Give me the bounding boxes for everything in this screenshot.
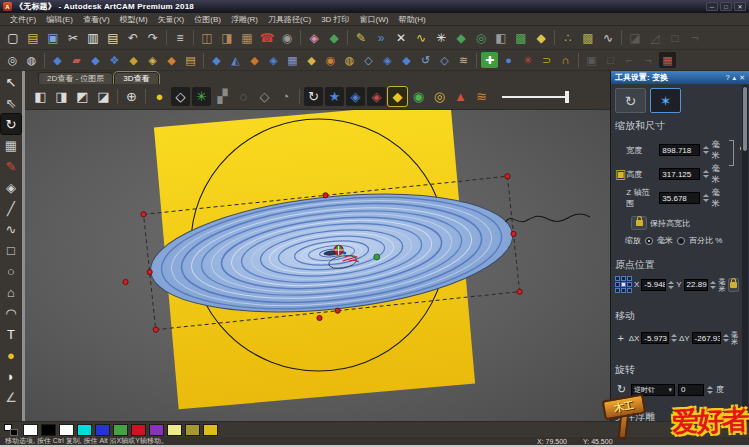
disabled-a-icon[interactable]: ▣ [583, 52, 600, 68]
dy-field[interactable]: -267.93 [692, 332, 721, 344]
trim-vectors-icon[interactable]: ✕ [392, 29, 410, 47]
paint-tool-icon[interactable]: ✎ [1, 156, 21, 176]
puzzle-icon[interactable]: ▞ [213, 87, 232, 106]
texture-red-icon[interactable]: ▦ [659, 52, 676, 68]
zoom-in-icon[interactable]: ⊕ [122, 87, 141, 106]
dx-stepper[interactable] [671, 334, 677, 342]
yellow-plane-icon[interactable]: ◆ [388, 87, 407, 106]
tan-stack-icon[interactable]: ≋ [455, 52, 472, 68]
sculpt-relief-icon[interactable]: ◭ [227, 52, 244, 68]
save-icon[interactable]: ▣ [44, 29, 62, 47]
rotate-direction-select[interactable]: 逆时针 ▾ [631, 384, 675, 396]
side-view-icon[interactable]: ◩ [73, 87, 92, 106]
vector-draw-icon[interactable]: ✎ [352, 29, 370, 47]
rotate-angle-field[interactable]: 0 [678, 384, 704, 396]
view-tab[interactable]: 3D查看 [114, 72, 158, 84]
new-file-icon[interactable]: ▢ [4, 29, 22, 47]
curve-edit-icon[interactable]: ∿ [412, 29, 430, 47]
dense-grid-icon[interactable]: ▩ [579, 29, 597, 47]
origin-x-stepper[interactable] [668, 281, 674, 289]
select-tool-icon[interactable]: ↖ [1, 72, 21, 92]
maximize-button[interactable]: □ [720, 2, 732, 11]
primary-secondary-color-icon[interactable] [4, 424, 18, 436]
color-swatch[interactable] [203, 424, 218, 436]
menu-item[interactable]: 查看(V) [78, 14, 115, 25]
skew-handle[interactable] [317, 315, 322, 320]
menu-item[interactable]: 刀具路径(C) [263, 14, 316, 25]
node-edit-tool-icon[interactable]: ⇖ [1, 93, 21, 113]
origin-x-field[interactable]: -5.948 [641, 279, 666, 291]
help-icon[interactable]: ? [726, 74, 730, 82]
iso-view-icon[interactable]: ◧ [31, 87, 50, 106]
rotate-mode-button[interactable]: ↻ [615, 88, 646, 113]
relief-pair-icon[interactable]: ❖ [106, 52, 123, 68]
core-icon[interactable]: ◉ [322, 52, 339, 68]
arch-gold-icon[interactable]: ∩ [557, 52, 574, 68]
z-stepper[interactable] [703, 194, 709, 202]
radio-percent[interactable] [677, 237, 685, 245]
menu-item[interactable]: 窗口(W) [355, 14, 394, 25]
big-blue-icon[interactable]: ◆ [398, 52, 415, 68]
green-reset-icon[interactable]: ◉ [409, 87, 428, 106]
height-stepper[interactable] [703, 170, 709, 178]
paste-icon[interactable]: ▤ [104, 29, 122, 47]
disabled-b-icon[interactable]: □ [602, 52, 619, 68]
angle-stepper[interactable] [707, 386, 713, 394]
origin-lock-button[interactable] [728, 278, 739, 292]
color-swatch[interactable] [59, 424, 74, 436]
relief-red-brick-icon[interactable]: ▰ [68, 52, 85, 68]
grid-snap-icon[interactable]: ▦ [1, 135, 21, 155]
blue-stack-icon[interactable]: ◈ [346, 87, 365, 106]
menu-item[interactable]: 位图(B) [189, 14, 226, 25]
tile-windows-icon[interactable]: ▦ [238, 29, 256, 47]
color-swatch[interactable] [185, 424, 200, 436]
dy-stepper[interactable] [723, 334, 729, 342]
copy-icon[interactable]: ▥ [84, 29, 102, 47]
z-scale-slider[interactable] [502, 96, 568, 98]
relief-cone-icon[interactable]: ◆ [87, 52, 104, 68]
notes-icon[interactable]: ≡ [171, 29, 189, 47]
nest-dots-icon[interactable]: ∴ [559, 29, 577, 47]
minimize-button[interactable]: ─ [706, 2, 718, 11]
height-field[interactable]: 317.125 [659, 168, 700, 180]
record-macro-icon[interactable]: ☎ [258, 29, 276, 47]
fan-diamond-icon[interactable]: ◆ [532, 29, 550, 47]
light-bulb-icon[interactable]: ● [150, 87, 169, 106]
cut-icon[interactable]: ✂ [64, 29, 82, 47]
two-diamond-icon[interactable]: ◆ [303, 52, 320, 68]
preview-gem-icon[interactable]: ◆ [325, 29, 343, 47]
color-swatch[interactable] [131, 424, 146, 436]
small-pin-icon[interactable]: ◍ [341, 52, 358, 68]
texture-grid-icon[interactable]: ▦ [284, 52, 301, 68]
line-tool-icon[interactable]: ╱ [1, 198, 21, 218]
close-button[interactable]: ✕ [734, 2, 746, 11]
text-tool-icon[interactable]: T [1, 324, 21, 344]
measure-angle-icon[interactable]: ◿ [646, 29, 664, 47]
relief-weave-icon[interactable]: ◆ [125, 52, 142, 68]
flatten-relief-icon[interactable]: ◆ [246, 52, 263, 68]
disabled-c-icon[interactable]: ⌐ [621, 52, 638, 68]
origin-point-marker[interactable] [374, 254, 380, 260]
dock-right-icon[interactable]: ◨ [218, 29, 236, 47]
smudge-tool-icon[interactable]: ◗ [1, 366, 21, 386]
ghost-icon[interactable]: ◌ [234, 87, 253, 106]
copy-rotate-icon[interactable]: ↻ [304, 87, 323, 106]
rect-tool-icon[interactable]: □ [1, 240, 21, 260]
color-swatch[interactable] [77, 424, 92, 436]
transform-tool-icon[interactable]: ↻ [1, 114, 21, 134]
pin-icon[interactable]: ▴ [733, 74, 737, 82]
polygon-tool-icon[interactable]: ⌂ [1, 282, 21, 302]
menu-item[interactable]: 帮助(H) [393, 14, 430, 25]
origin-y-field[interactable]: 22.891 [684, 279, 709, 291]
color-swatch[interactable] [113, 424, 128, 436]
bracket-gold-icon[interactable]: ⊃ [538, 52, 555, 68]
transform-mode-button[interactable]: ✶ [650, 88, 681, 113]
panel-scrollbar[interactable] [742, 85, 748, 419]
relief-drip-icon[interactable]: ◈ [144, 52, 161, 68]
color-swatch[interactable] [167, 424, 182, 436]
star-burst-icon[interactable]: ✳ [432, 29, 450, 47]
panel-header[interactable]: 工具设置: 变换 ? ▴ ✕ [611, 71, 749, 84]
menu-item[interactable]: 文件(F) [5, 14, 41, 25]
menu-item[interactable]: 3D 打印 [316, 14, 354, 25]
pyramid-icon[interactable]: ▲ [451, 87, 470, 106]
